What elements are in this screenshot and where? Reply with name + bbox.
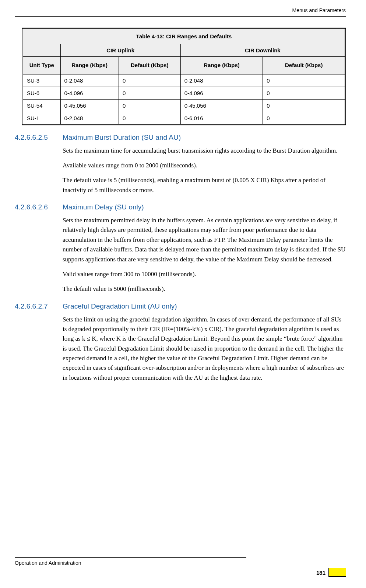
- cell-up-range: 0-45,056: [60, 99, 119, 112]
- cell-dn-range: 0-4,096: [180, 87, 263, 99]
- paragraph: The default value is 5000 (milliseconds)…: [63, 284, 346, 294]
- section-body: Sets the limit on using the graceful deg…: [63, 315, 346, 383]
- cell-unit: SU-3: [23, 74, 61, 87]
- section-title: Graceful Degradation Limit (AU only): [63, 302, 177, 310]
- table-group-blank: [23, 44, 61, 57]
- table-hdr-dn-range: Range (Kbps): [180, 57, 263, 74]
- cell-dn-default: 0: [263, 87, 345, 99]
- footer-left: Operation and Administration: [15, 560, 346, 566]
- page-number: 181: [316, 570, 325, 576]
- cell-up-range: 0-2,048: [60, 112, 119, 125]
- cir-table: Table 4-13: CIR Ranges and Defaults CIR …: [22, 28, 346, 125]
- table-row: SU-I 0-2,048 0 0-6,016 0: [23, 112, 345, 125]
- table-group-uplink: CIR Uplink: [60, 44, 180, 57]
- section-heading: 4.2.6.6.2.5 Maximum Burst Duration (SU a…: [15, 133, 346, 142]
- section-title: Maximum Delay (SU only): [63, 203, 144, 211]
- table-hdr-dn-default: Default (Kbps): [263, 57, 345, 74]
- header-rule: [15, 16, 346, 17]
- table-title: Table 4-13: CIR Ranges and Defaults: [23, 28, 345, 44]
- paragraph: Valid values range from 300 to 10000 (mi…: [63, 269, 346, 279]
- cell-dn-range: 0-6,016: [180, 112, 263, 125]
- cell-dn-range: 0-2,048: [180, 74, 263, 87]
- paragraph: The default value is 5 (milliseconds), e…: [63, 175, 346, 195]
- page-marker-icon: [328, 568, 346, 577]
- section-heading: 4.2.6.6.2.6 Maximum Delay (SU only): [15, 203, 346, 211]
- paragraph: Sets the maximum permitted delay in the …: [63, 216, 346, 264]
- cell-up-default: 0: [119, 74, 180, 87]
- table-row: SU-3 0-2,048 0 0-2,048 0: [23, 74, 345, 87]
- cell-dn-default: 0: [263, 74, 345, 87]
- table-group-downlink: CIR Downlink: [180, 44, 345, 57]
- paragraph: Sets the maximum time for accumulating b…: [63, 146, 346, 156]
- cell-unit: SU-6: [23, 87, 61, 99]
- footer-rule: [15, 557, 246, 558]
- table-row: SU-6 0-4,096 0 0-4,096 0: [23, 87, 345, 99]
- cell-dn-range: 0-45,056: [180, 99, 263, 112]
- cell-dn-default: 0: [263, 112, 345, 125]
- cell-up-range: 0-4,096: [60, 87, 119, 99]
- header-right: Menus and Parameters: [15, 7, 346, 16]
- table-hdr-up-default: Default (Kbps): [119, 57, 180, 74]
- paragraph: Available values range from 0 to 2000 (m…: [63, 161, 346, 170]
- section-number: 4.2.6.6.2.7: [15, 302, 63, 310]
- table-hdr-unit: Unit Type: [23, 57, 61, 74]
- footer: Operation and Administration 181: [15, 557, 346, 577]
- cell-up-default: 0: [119, 87, 180, 99]
- section-body: Sets the maximum time for accumulating b…: [63, 146, 346, 195]
- section-heading: 4.2.6.6.2.7 Graceful Degradation Limit (…: [15, 302, 346, 310]
- section-number: 4.2.6.6.2.5: [15, 133, 63, 142]
- section-number: 4.2.6.6.2.6: [15, 203, 63, 211]
- section-body: Sets the maximum permitted delay in the …: [63, 216, 346, 294]
- cell-unit: SU-54: [23, 99, 61, 112]
- table-hdr-up-range: Range (Kbps): [60, 57, 119, 74]
- cell-up-default: 0: [119, 112, 180, 125]
- table-row: SU-54 0-45,056 0 0-45,056 0: [23, 99, 345, 112]
- cell-up-range: 0-2,048: [60, 74, 119, 87]
- cell-up-default: 0: [119, 99, 180, 112]
- cell-dn-default: 0: [263, 99, 345, 112]
- paragraph: Sets the limit on using the graceful deg…: [63, 315, 346, 383]
- cell-unit: SU-I: [23, 112, 61, 125]
- section-title: Maximum Burst Duration (SU and AU): [63, 133, 181, 142]
